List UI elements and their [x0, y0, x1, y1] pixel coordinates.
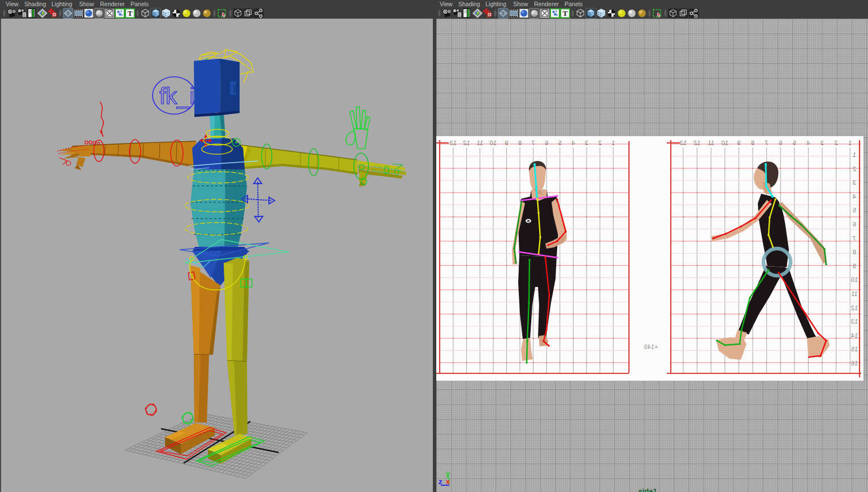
- svg-text:8: 8: [518, 140, 522, 146]
- svg-text:z: z: [439, 477, 442, 486]
- svg-text:5: 5: [853, 207, 856, 214]
- svg-text:5: 5: [558, 140, 562, 146]
- svg-text:2: 2: [853, 166, 856, 172]
- svg-text:6: 6: [545, 140, 548, 146]
- svg-text:12: 12: [693, 140, 700, 146]
- svg-text:4: 4: [806, 140, 810, 146]
- svg-text:x: x: [446, 477, 450, 486]
- svg-text:16: 16: [851, 360, 858, 367]
- svg-text:1: 1: [853, 151, 856, 158]
- svg-text:13: 13: [450, 140, 457, 146]
- svg-text:2: 2: [598, 140, 602, 146]
- svg-text:side1: side1: [638, 487, 657, 492]
- svg-text:T: T: [128, 9, 133, 18]
- svg-text:6: 6: [853, 221, 856, 228]
- svg-text:+149: +149: [644, 343, 658, 350]
- svg-text:13: 13: [680, 140, 687, 146]
- svg-text:13: 13: [851, 318, 858, 325]
- svg-text:4: 4: [571, 140, 575, 146]
- svg-text:9: 9: [505, 140, 508, 146]
- svg-text:11: 11: [851, 290, 857, 297]
- svg-text:12: 12: [463, 140, 470, 146]
- svg-text:8: 8: [751, 140, 754, 146]
- svg-text:10: 10: [851, 276, 858, 283]
- svg-text:7: 7: [853, 235, 856, 242]
- svg-text:4: 4: [853, 193, 856, 200]
- svg-text:9: 9: [853, 263, 856, 269]
- svg-text:14: 14: [851, 332, 858, 339]
- svg-text:11: 11: [708, 140, 714, 146]
- svg-text:7: 7: [765, 140, 769, 146]
- svg-text:8: 8: [853, 249, 856, 255]
- svg-text:T: T: [563, 9, 568, 18]
- svg-text:6: 6: [779, 140, 782, 146]
- svg-text:3: 3: [853, 179, 856, 186]
- svg-text:1: 1: [848, 140, 852, 146]
- svg-text:15: 15: [851, 346, 858, 352]
- svg-text:10: 10: [490, 140, 497, 146]
- svg-text:9: 9: [737, 140, 740, 146]
- svg-text:3: 3: [585, 140, 588, 146]
- svg-text:11: 11: [476, 140, 483, 146]
- svg-text:2: 2: [835, 140, 838, 146]
- svg-text:7: 7: [532, 140, 535, 146]
- svg-text:3: 3: [821, 140, 824, 146]
- svg-text:y: y: [446, 469, 450, 478]
- svg-text:10: 10: [722, 140, 728, 146]
- svg-text:12: 12: [851, 304, 858, 311]
- svg-text:1: 1: [611, 140, 615, 146]
- svg-text:5: 5: [793, 140, 796, 146]
